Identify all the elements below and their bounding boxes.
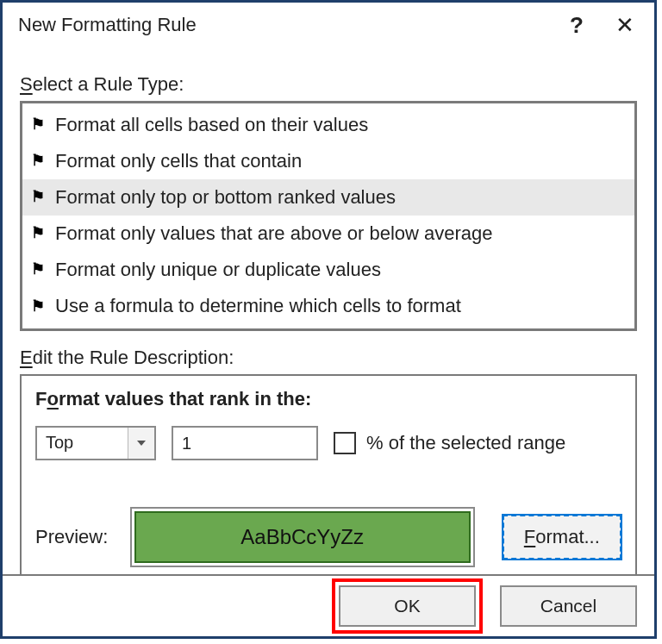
rule-flag-icon: ⚑ [31,295,50,319]
close-icon: ✕ [615,12,634,39]
rule-type-label: Format only unique or duplicate values [55,255,381,284]
rule-type-list: ⚑Format all cells based on their values⚑… [20,101,637,331]
rule-type-item[interactable]: ⚑Format all cells based on their values [22,107,634,143]
titlebar: New Formatting Rule ? ✕ [3,3,654,44]
preview-sample: AaBbCcYyZz [134,511,471,563]
percent-checkbox[interactable] [334,432,356,454]
rule-flag-icon: ⚑ [31,222,50,246]
format-button[interactable]: Format... [503,515,621,560]
rule-flag-icon: ⚑ [31,258,50,282]
rule-type-label: Format only top or bottom ranked values [55,183,396,212]
rule-type-item[interactable]: ⚑Format only cells that contain [22,143,634,179]
dialog-footer: OK Cancel [3,574,654,636]
rule-flag-icon: ⚑ [31,185,50,209]
preview-label: Preview: [35,526,127,548]
rule-type-item[interactable]: ⚑Use a formula to determine which cells … [22,288,634,324]
new-formatting-rule-dialog: New Formatting Rule ? ✕ Select a Rule Ty… [0,0,657,639]
chevron-down-icon [137,441,146,446]
rule-type-label: Format all cells based on their values [55,110,368,140]
preview-box: AaBbCcYyZz [130,507,475,567]
rule-type-item[interactable]: ⚑Format only unique or duplicate values [22,252,634,288]
ok-button[interactable]: OK [339,585,476,627]
percent-checkbox-label: % of the selected range [366,432,565,454]
rank-count-input[interactable]: 1 [172,426,318,460]
close-button[interactable]: ✕ [604,9,646,41]
ok-button-highlight: OK [332,578,483,634]
rule-type-label: Use a formula to determine which cells t… [55,291,461,321]
help-button[interactable]: ? [556,9,597,41]
help-icon: ? [570,12,584,39]
edit-rule-description-label: Edit the Rule Description: [20,347,637,369]
rule-type-label: Format only values that are above or bel… [55,219,493,248]
select-rule-type-label: Select a Rule Type: [20,73,637,96]
rule-type-item[interactable]: ⚑Format only values that are above or be… [22,216,634,252]
rule-type-label: Format only cells that contain [55,147,302,176]
rule-flag-icon: ⚑ [31,149,50,173]
dropdown-toggle[interactable] [128,428,154,459]
rank-heading: Format values that rank in the: [35,388,621,410]
rule-flag-icon: ⚑ [31,113,50,137]
rule-type-item[interactable]: ⚑Format only top or bottom ranked values [22,179,634,216]
dialog-title: New Formatting Rule [18,14,197,36]
rank-direction-dropdown[interactable]: Top [35,426,156,460]
rank-direction-value: Top [46,433,128,453]
cancel-button[interactable]: Cancel [500,585,637,627]
rule-description-panel: Format values that rank in the: Top 1 % … [20,374,637,586]
